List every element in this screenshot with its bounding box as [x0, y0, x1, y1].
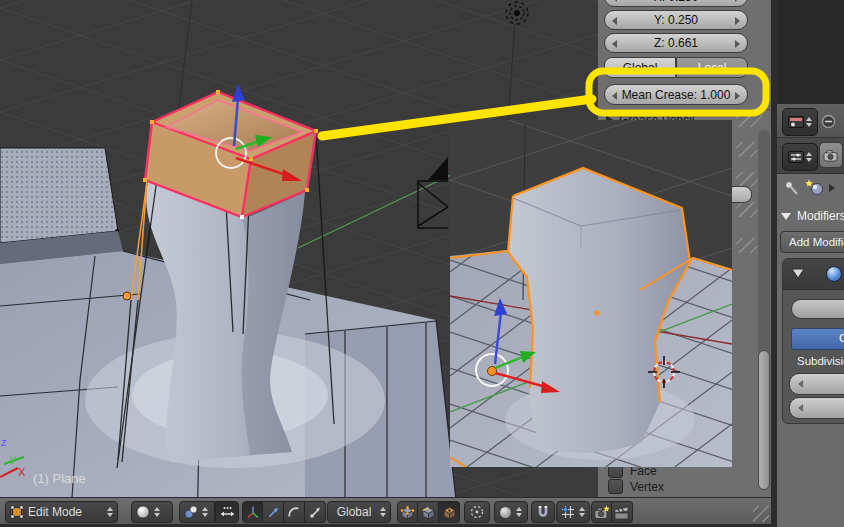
manipulator-toggle-icon: [220, 505, 234, 519]
scale-button[interactable]: [305, 501, 326, 523]
modifier-wrench-icon[interactable]: [804, 178, 826, 197]
dropdown-arrows-icon: [806, 117, 812, 127]
dropdown-arrows-icon: [107, 507, 113, 517]
snap-magnet-icon: [536, 505, 550, 519]
translate-button[interactable]: [263, 501, 284, 523]
n-panel-scrollbar[interactable]: [758, 130, 770, 490]
render-anim-button[interactable]: [612, 501, 633, 523]
face-select-icon[interactable]: [439, 501, 460, 523]
manipulator-mode-group: [242, 501, 326, 523]
dropdown-arrows-icon: [806, 152, 812, 162]
median-z-field[interactable]: Z: 0.661: [604, 33, 748, 53]
dropdown-arrows-icon: [516, 507, 522, 517]
render-subdivisions-slider[interactable]: [789, 397, 844, 419]
render-anim-icon: [614, 505, 630, 520]
axis-manipulator-icon: [246, 505, 260, 519]
subdivision-mode-button[interactable]: [791, 299, 844, 319]
scrollbar-thumb[interactable]: [758, 350, 770, 490]
mean-crease-field[interactable]: Mean Crease: 1.000: [604, 84, 748, 105]
add-modifier-button[interactable]: Add Modifier: [780, 231, 844, 253]
median-x-field[interactable]: X: 0.250: [604, 0, 748, 7]
object-info: (1) Plane: [33, 471, 86, 486]
axis-z-label: z: [1, 436, 7, 448]
dropdown-arrows-icon: [154, 507, 160, 517]
edit-mode-icon: [10, 505, 24, 519]
local-toggle[interactable]: Local: [676, 57, 748, 78]
subsurf-icon: [825, 265, 843, 283]
manipulator-toggle[interactable]: [215, 501, 239, 523]
render-still-button[interactable]: [591, 501, 612, 523]
editor-type-icon: [788, 116, 804, 128]
inset-image: [450, 120, 732, 467]
axis-manipulator-button[interactable]: [242, 501, 263, 523]
global-toggle[interactable]: Global: [604, 57, 676, 78]
falloff-icon: [499, 506, 512, 519]
mode-dropdown[interactable]: Edit Mode: [5, 501, 118, 523]
render-tab-button[interactable]: [819, 142, 843, 168]
dropdown-arrows-icon: [202, 507, 208, 517]
right-column: Modifiers Add Modifier Catmull-Clark: [777, 0, 844, 527]
orientation-dropdown[interactable]: Global: [327, 501, 391, 523]
render-tab-icon: [823, 149, 839, 162]
translate-icon: [266, 505, 280, 519]
edge-select-icon[interactable]: [418, 501, 439, 523]
rotate-icon: [287, 505, 301, 519]
proportional-edit-icon: [470, 505, 484, 519]
remove-icon[interactable]: [821, 114, 836, 129]
shading-dropdown[interactable]: [131, 501, 173, 523]
subsurf-modifier-box: Catmull-Clark Subdivisions:: [782, 258, 844, 424]
panel-grip[interactable]: [736, 112, 762, 127]
axis-y-label: y: [10, 452, 16, 464]
editor-type-button[interactable]: [782, 108, 818, 136]
vertex-select-icon[interactable]: [397, 501, 418, 523]
axis-x-label: X: [18, 466, 26, 478]
viewport-shading-icon: [136, 505, 150, 519]
modifier-header[interactable]: [783, 259, 844, 290]
viewport-header: Edit Mode: [0, 497, 771, 527]
collapse-triangle-icon: [781, 213, 791, 220]
render-still-icon: [594, 505, 610, 520]
object-origin: [123, 292, 131, 300]
falloff-dropdown[interactable]: [494, 501, 528, 523]
properties-editor-type-button[interactable]: [782, 143, 818, 171]
image-editor-area[interactable]: [777, 0, 844, 104]
snap-increment-icon: [561, 505, 575, 519]
plane-far-patch[interactable]: [0, 148, 118, 243]
subdivisions-label: Subdivisions:: [797, 355, 844, 367]
dropdown-arrows-icon: [579, 507, 585, 517]
pivot-point-icon: [184, 505, 198, 519]
expand-triangle-icon[interactable]: [791, 268, 805, 279]
vertex-checkbox-row[interactable]: Vertex: [608, 479, 664, 494]
snap-toggle[interactable]: [531, 501, 555, 523]
corner-resize-grip[interactable]: [753, 506, 769, 522]
active-vertex: [240, 215, 244, 219]
pin-icon[interactable]: [783, 180, 800, 197]
modifiers-panel-header[interactable]: Modifiers: [781, 209, 844, 223]
select-mode-group: [397, 501, 460, 523]
median-y-field[interactable]: Y: 0.250: [604, 10, 748, 30]
view-subdivisions-slider[interactable]: [789, 373, 844, 395]
dropdown-arrows-icon: [380, 507, 386, 517]
snap-element-dropdown[interactable]: [556, 501, 590, 523]
vertex-checkbox[interactable]: [608, 479, 623, 494]
pivot-dropdown[interactable]: [179, 501, 215, 523]
properties-editor-icon: [788, 151, 804, 163]
render-group: [591, 501, 633, 523]
rotate-button[interactable]: [284, 501, 305, 523]
scale-icon: [308, 505, 322, 519]
blender-window: z y X (1) Plane X: 0.250 Y: 0.250 Z: 0.6…: [0, 0, 844, 527]
proportional-edit-button[interactable]: [464, 501, 490, 523]
context-chevron-icon: [829, 184, 835, 192]
catmull-clark-button[interactable]: Catmull-Clark: [791, 328, 844, 350]
